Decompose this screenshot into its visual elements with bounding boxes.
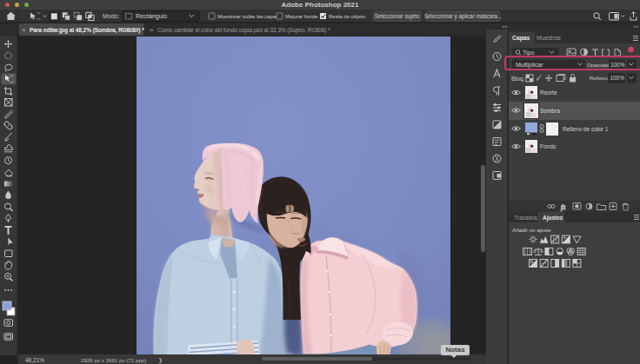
svg-text:Mejorar borde: Mejorar borde — [285, 14, 318, 19]
svg-text:Relleno:: Relleno: — [590, 75, 610, 81]
svg-text:fx: fx — [561, 203, 566, 211]
svg-text:100%: 100% — [610, 75, 625, 81]
svg-text:Seleccionar y aplicar máscara.: Seleccionar y aplicar máscara... — [424, 13, 502, 20]
svg-text:Rectángulo: Rectángulo — [136, 12, 167, 20]
svg-text:Resta de objeto: Resta de objeto — [329, 14, 366, 19]
svg-text:Seleccionar sujeto: Seleccionar sujeto — [375, 13, 420, 20]
svg-text:Muestrear todas las capas: Muestrear todas las capas — [217, 14, 278, 19]
svg-text:Modo:: Modo: — [103, 13, 120, 19]
svg-text:Bloq.:: Bloq.: — [511, 75, 526, 82]
